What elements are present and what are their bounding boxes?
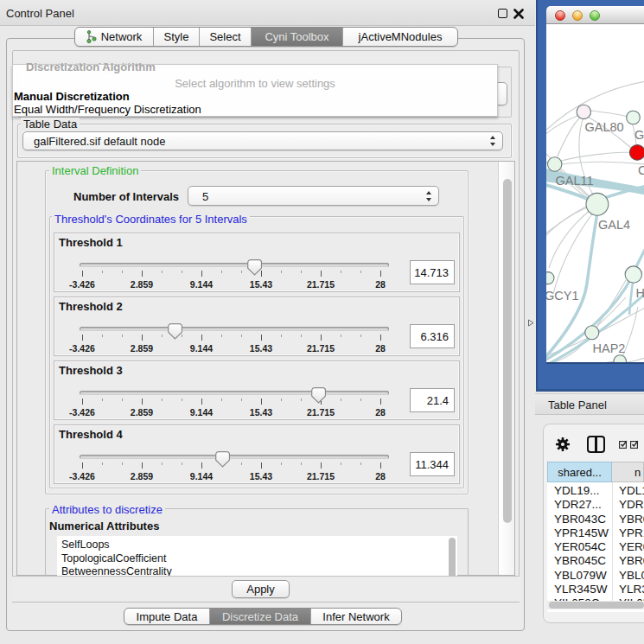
svg-text:CY: CY xyxy=(638,163,644,177)
svg-text:HA: HA xyxy=(636,286,644,300)
svg-text:GAL80: GAL80 xyxy=(585,120,624,134)
svg-text:GCY1: GCY1 xyxy=(546,289,579,303)
svg-text:GAL4: GAL4 xyxy=(598,218,630,232)
svg-text:GAL11: GAL11 xyxy=(556,174,594,188)
svg-text:HAP2: HAP2 xyxy=(593,341,626,355)
svg-text:GA: GA xyxy=(634,128,644,142)
